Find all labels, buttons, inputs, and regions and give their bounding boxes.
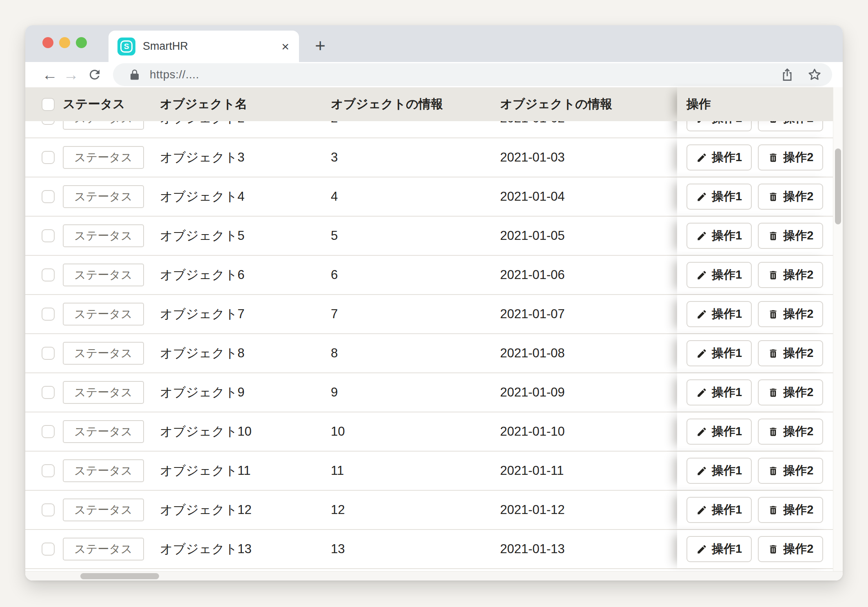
row-checkbox[interactable] — [42, 503, 55, 516]
smarthr-favicon-icon: S — [117, 38, 135, 55]
row-checkbox[interactable] — [42, 543, 55, 556]
action1-button[interactable]: 操作1 — [686, 223, 752, 249]
object-name-cell: オブジェクト13 — [160, 541, 331, 558]
object-name-cell: オブジェクト8 — [160, 345, 331, 362]
row-checkbox[interactable] — [42, 347, 55, 360]
header-select-cell — [25, 98, 63, 111]
close-window-button[interactable] — [42, 37, 53, 48]
reload-icon — [87, 67, 102, 82]
table-row: ステータス オブジェクト13 13 2021-01-13 操作1 操作2 — [25, 530, 843, 569]
pencil-icon — [696, 270, 707, 281]
reload-button[interactable] — [86, 62, 104, 87]
action1-button[interactable]: 操作1 — [686, 458, 752, 484]
row-actions-cell: 操作1 操作2 — [677, 256, 833, 294]
lock-icon — [128, 69, 141, 81]
status-badge: ステータス — [63, 185, 144, 208]
vertical-scrollbar[interactable] — [833, 87, 843, 571]
row-select-cell — [25, 151, 63, 164]
browser-tab[interactable]: S SmartHR × — [108, 31, 299, 62]
minimize-window-button[interactable] — [59, 37, 70, 48]
action2-button[interactable]: 操作2 — [758, 121, 823, 131]
trash-icon — [768, 270, 779, 281]
status-badge: ステータス — [63, 264, 144, 286]
new-tab-button[interactable]: + — [309, 34, 332, 57]
share-button[interactable] — [780, 67, 795, 82]
address-bar[interactable]: https://.... — [113, 63, 832, 86]
object-info-number-cell: 8 — [331, 346, 500, 361]
star-icon — [807, 67, 822, 82]
action1-button[interactable]: 操作1 — [686, 497, 752, 523]
action1-button[interactable]: 操作1 — [686, 379, 752, 405]
status-badge: ステータス — [63, 303, 144, 326]
action1-button[interactable]: 操作1 — [686, 301, 752, 327]
action1-button[interactable]: 操作1 — [686, 144, 752, 171]
row-checkbox[interactable] — [42, 151, 55, 164]
header-actions: 操作 — [677, 87, 833, 121]
select-all-checkbox[interactable] — [42, 98, 55, 111]
row-actions-cell: 操作1 操作2 — [677, 491, 833, 529]
trash-icon — [768, 426, 779, 437]
row-checkbox[interactable] — [42, 386, 55, 399]
row-status-cell: ステータス — [63, 146, 160, 169]
row-checkbox[interactable] — [42, 121, 55, 125]
trash-icon — [768, 121, 779, 124]
trash-icon — [768, 309, 779, 320]
action2-button[interactable]: 操作2 — [758, 458, 823, 484]
row-actions-cell: 操作1 操作2 — [677, 412, 833, 451]
status-badge: ステータス — [63, 224, 144, 247]
action1-button[interactable]: 操作1 — [686, 340, 752, 366]
object-info-date-cell: 2021-01-12 — [500, 503, 660, 517]
back-button[interactable]: ← — [41, 62, 59, 87]
table-row: ステータス オブジェクト9 9 2021-01-09 操作1 操作2 — [25, 373, 843, 412]
action2-button[interactable]: 操作2 — [758, 223, 823, 249]
row-checkbox[interactable] — [42, 308, 55, 321]
action2-button[interactable]: 操作2 — [758, 184, 823, 210]
row-checkbox[interactable] — [42, 190, 55, 203]
object-name-cell: オブジェクト7 — [160, 306, 331, 323]
row-select-cell — [25, 121, 63, 125]
action1-button[interactable]: 操作1 — [686, 536, 752, 562]
action2-button[interactable]: 操作2 — [758, 379, 823, 405]
horizontal-scrollbar-thumb[interactable] — [80, 573, 159, 579]
header-object-name: オブジェクト名 — [160, 96, 331, 113]
pencil-icon — [696, 152, 707, 163]
object-name-cell: オブジェクト5 — [160, 227, 331, 244]
object-info-date-cell: 2021-01-10 — [500, 424, 660, 439]
row-checkbox[interactable] — [42, 425, 55, 438]
pencil-icon — [696, 426, 707, 437]
object-name-cell: オブジェクト3 — [160, 149, 331, 166]
action2-button[interactable]: 操作2 — [758, 262, 823, 288]
zoom-window-button[interactable] — [76, 37, 87, 48]
row-checkbox[interactable] — [42, 464, 55, 477]
row-actions-cell: 操作1 操作2 — [677, 530, 833, 568]
action2-button[interactable]: 操作2 — [758, 497, 823, 523]
action1-button[interactable]: 操作1 — [686, 262, 752, 288]
action1-button[interactable]: 操作1 — [686, 121, 752, 131]
pencil-icon — [696, 348, 707, 359]
row-actions-cell: 操作1 操作2 — [677, 334, 833, 372]
trash-icon — [768, 230, 779, 241]
action2-button[interactable]: 操作2 — [758, 340, 823, 366]
pencil-icon — [696, 505, 707, 516]
object-info-number-cell: 7 — [331, 307, 500, 321]
row-checkbox[interactable] — [42, 268, 55, 281]
action2-button[interactable]: 操作2 — [758, 301, 823, 327]
object-info-number-cell: 10 — [331, 424, 500, 439]
action2-button[interactable]: 操作2 — [758, 536, 823, 562]
object-info-date-cell: 2021-01-08 — [500, 346, 660, 361]
action1-button[interactable]: 操作1 — [686, 419, 752, 445]
horizontal-scrollbar[interactable] — [25, 571, 843, 580]
pencil-icon — [696, 309, 707, 320]
tab-close-icon[interactable]: × — [281, 40, 289, 53]
bookmark-button[interactable] — [807, 67, 822, 82]
row-select-cell — [25, 425, 63, 438]
action1-button[interactable]: 操作1 — [686, 184, 752, 210]
row-actions-cell: 操作1 操作2 — [677, 138, 833, 177]
row-checkbox[interactable] — [42, 229, 55, 242]
vertical-scrollbar-thumb[interactable] — [835, 148, 841, 224]
trash-icon — [768, 544, 779, 555]
action2-button[interactable]: 操作2 — [758, 419, 823, 445]
pencil-icon — [696, 465, 707, 476]
row-status-cell: ステータス — [63, 121, 160, 130]
action2-button[interactable]: 操作2 — [758, 144, 823, 171]
